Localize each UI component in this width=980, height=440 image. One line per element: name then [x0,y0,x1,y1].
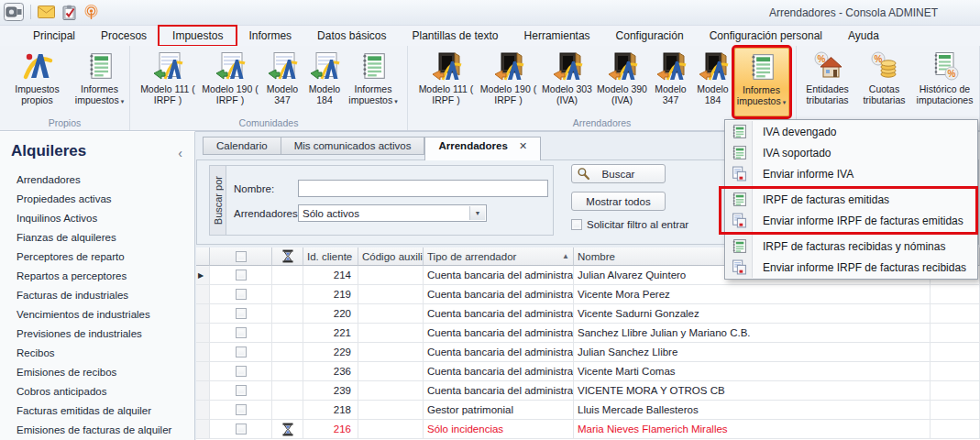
tab-mis-comunicados-activos[interactable]: Mis comunicados activos [281,137,425,155]
row-checkbox[interactable] [236,270,247,280]
model-safe-icon [552,51,583,81]
svg-text:%: % [947,69,955,79]
table-row[interactable]: 219Cuenta bancaria del administradorVice… [196,285,980,304]
nombre-input[interactable] [298,180,548,197]
tab-calendario[interactable]: Calendario [203,137,281,155]
ribbon-button-modelo-347[interactable]: Modelo 347 [261,48,303,116]
sidebar-item-emisiones-de-facturas-de-alquiler[interactable]: Emisiones de facturas de alquiler [0,421,194,440]
row-checkbox[interactable] [236,327,247,338]
nombre-label: Nombre: [234,183,274,194]
ribbon-button-modelo-390-iva[interactable]: Modelo 390 (IVA) [595,48,650,116]
menu-item-iva-soportado[interactable]: IVA soportado [725,142,977,163]
arrendadores-select[interactable]: Sólo activos ▼ [298,204,487,222]
send-report-icon [732,166,747,182]
ribbon-button-informes-impuestos[interactable]: Informes impuestos▾ [346,48,401,116]
ribbon-button-modelo-184[interactable]: Modelo 184 [303,48,346,116]
sidebar-item-cobros-anticipados[interactable]: Cobros anticipados [0,382,194,402]
mostrar-todos-button-label: Mostrar todos [586,196,650,207]
sidebar-item-fianzas-de-alquileres[interactable]: Fianzas de alquileres [0,228,194,248]
row-checkbox[interactable] [236,424,247,434]
column-header-id[interactable]: Id. cliente [303,248,358,266]
column-header-indicator[interactable] [196,248,210,266]
ribbon-group-buttons: Modelo 111 ( IRPF )Modelo 190 ( IRPF )Mo… [408,48,796,116]
menu-item-irpf-de-facturas-recibidas-y-nominas[interactable]: IRPF de facturas recibidas y nóminas [725,236,977,257]
ribbon-button-modelo-190-irpf[interactable]: Modelo 190 ( IRPF ) [199,48,261,116]
close-icon[interactable]: ✕ [519,140,527,151]
sidebar-item-arrendadores[interactable]: Arrendadores [0,170,194,190]
row-indicator-cell: ▶ [196,266,210,285]
column-header-label: Nombre [578,251,615,262]
ribbon-button-modelo-111-irpf[interactable]: Modelo 111 ( IRPF ) [415,48,478,116]
menu-item-enviar-informe-irpf-de-facturas-recibidas[interactable]: Enviar informe IRPF de facturas recibida… [725,257,977,278]
column-header-tipo[interactable]: Tipo de arrendador▲ [424,248,574,266]
menu-item-enviar-informe-iva[interactable]: Enviar informe IVA [725,163,977,184]
ribbon-button-informes-impuestos[interactable]: Informes impuestos▾ [72,48,127,116]
sidebar-item-perceptores-de-reparto[interactable]: Perceptores de reparto [0,248,194,267]
table-row[interactable]: 218Gestor patrimonialLluis Mercade Balle… [196,401,980,420]
sidebar-item-previsiones-de-industriales[interactable]: Previsiones de industriales [0,324,194,344]
table-row[interactable]: 239Cuenta bancaria del administradorVICE… [196,381,980,401]
sidebar-item-repartos-a-perceptores[interactable]: Repartos a perceptores [0,267,194,286]
menu-tab-principal[interactable]: Principal [20,27,88,45]
table-row[interactable]: 236Cuenta bancaria del administradorVice… [196,362,980,381]
ribbon-button-modelo-184[interactable]: Modelo 184 [692,48,734,116]
sidebar-item-vencimientos-de-industriales[interactable]: Vencimientos de industriales [0,305,194,324]
menu-tab-impuestos[interactable]: Impuestos [160,27,236,45]
column-header-flag[interactable] [272,248,303,266]
header-checkbox[interactable] [236,251,247,262]
menu-item-irpf-de-facturas-emitidas[interactable]: IRPF de facturas emitidas [725,189,977,210]
ribbon-button-entidades-tributarias[interactable]: %Entidades tributarias [798,48,858,116]
menu-item-iva-devengado[interactable]: IVA devengado [725,121,977,142]
menu-tab-procesos[interactable]: Procesos [88,27,160,45]
ribbon-button-modelo-111-irpf[interactable]: Modelo 111 ( IRPF ) [137,48,199,116]
solicitar-filtro-checkbox[interactable] [571,219,582,230]
row-checkbox[interactable] [236,404,247,415]
menu-item-enviar-informe-irpf-de-facturas-emitidas[interactable]: Enviar informe IRPF de facturas emitidas [725,210,977,231]
ribbon-button-modelo-303-iva[interactable]: Modelo 303 (IVA) [540,48,595,116]
menu-tab-herramientas[interactable]: Herramientas [512,27,603,45]
ribbon-button-historico-de-imputaciones[interactable]: %Histórico de imputaciones [911,48,979,116]
row-checkbox[interactable] [236,366,247,377]
sidebar: Alquileres ‹ ArrendadoresPropiedades act… [0,131,195,440]
select-dropdown-icon[interactable]: ▼ [469,206,485,220]
sidebar-item-facturas-de-industriales[interactable]: Facturas de industriales [0,286,194,305]
sidebar-item-facturas-emitidas-de-alquiler[interactable]: Facturas emitidas de alquiler [0,402,194,421]
buscar-button[interactable]: Buscar [571,164,666,183]
table-row[interactable]: 229Cuenta bancaria del administradorJuli… [196,343,980,362]
menu-tab-informes[interactable]: Informes [236,27,304,45]
column-header-select[interactable] [210,248,272,266]
model-document-icon [309,51,340,81]
menu-tab-ayuda[interactable]: Ayuda [835,27,892,45]
row-checkbox[interactable] [236,346,247,358]
sort-ascending-icon: ▲ [562,252,569,260]
table-row[interactable]: 221Cuenta bancaria del administradorSanc… [196,324,980,343]
column-header-codigo[interactable]: Código auxiliar [358,248,424,266]
arrendadores-label: Arrendadores: [234,208,301,219]
filter-group-label: Buscar por [213,176,224,225]
ribbon-button-impuestos-propios[interactable]: Impuestos propios [3,48,72,116]
sidebar-item-inquilinos-activos[interactable]: Inquilinos Activos [0,209,194,228]
ribbon-button-modelo-347[interactable]: Modelo 347 [650,48,692,116]
tab-label: Arrendadores [438,140,507,151]
row-checkbox[interactable] [236,289,247,300]
menu-tab-datos-basicos[interactable]: Datos básicos [304,27,399,45]
ribbon-button-cuotas-tributarias[interactable]: %Cuotas tributarias [858,48,911,116]
row-checkbox[interactable] [236,385,247,396]
menu-tab-plantillas-de-texto[interactable]: Plantillas de texto [399,27,511,45]
ribbon-button-informes-impuestos[interactable]: Informes impuestos▾ [734,48,789,116]
collapse-chevron-icon[interactable]: ‹ [178,146,182,160]
tab-arrendadores[interactable]: Arrendadores✕ [424,137,541,160]
column-header-label: Tipo de arrendador [427,251,516,262]
sidebar-item-propiedades-activas[interactable]: Propiedades activas [0,190,194,209]
menu-tab-configuracion[interactable]: Configuración [603,27,697,45]
cell-nombre: Sanchez Llibre Julian y Mariano C.B. [574,324,930,343]
sidebar-item-emisiones-de-recibos[interactable]: Emisiones de recibos [0,363,194,382]
mostrar-todos-button[interactable]: Mostrar todos [571,192,666,211]
table-row[interactable]: 216Sólo incidenciasMaria Nieves Flameric… [196,420,980,439]
row-checkbox[interactable] [236,308,247,319]
table-row[interactable]: 220Cuenta bancaria del administradorVice… [196,304,980,324]
report-icon [732,192,747,207]
sidebar-item-recibos[interactable]: Recibos [0,344,194,363]
ribbon-button-modelo-190-irpf[interactable]: Modelo 190 ( IRPF ) [478,48,540,116]
menu-tab-configuracion-personal[interactable]: Configuración personal [697,27,835,45]
